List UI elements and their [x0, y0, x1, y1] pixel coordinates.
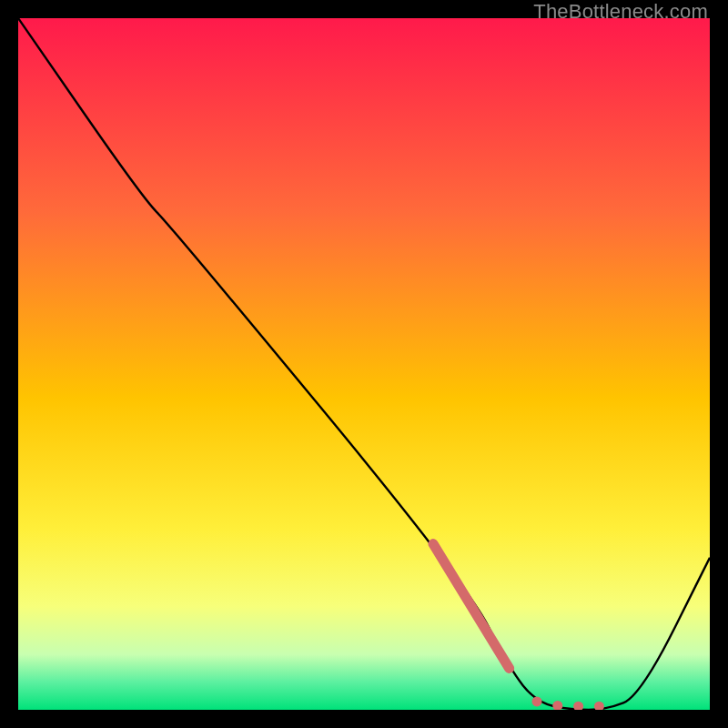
watermark-text: TheBottleneck.com — [533, 0, 708, 24]
gradient-background — [18, 18, 710, 710]
optimal-dot — [532, 696, 542, 706]
bottleneck-chart — [18, 18, 710, 710]
chart-frame — [18, 18, 710, 710]
